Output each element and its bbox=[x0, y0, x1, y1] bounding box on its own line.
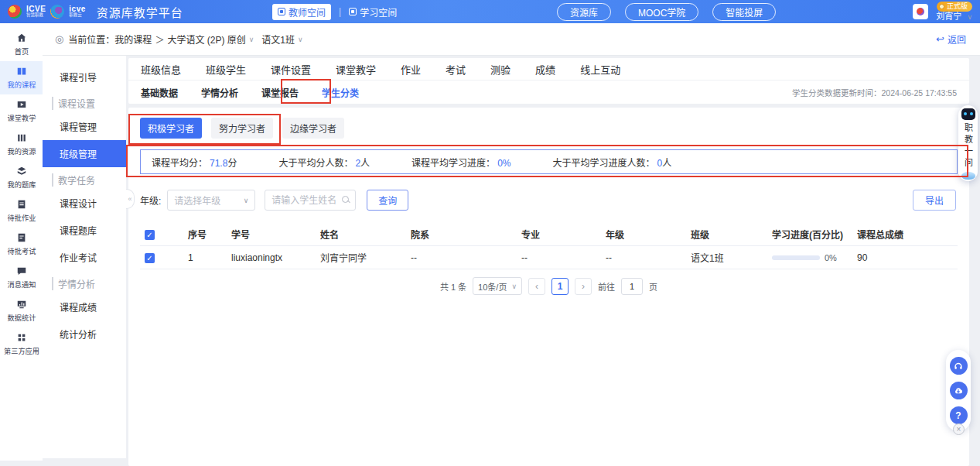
stat-above-average-count: 大于平均分人数：2人 bbox=[278, 156, 370, 169]
data-updated-time: 学生分类数据更新时间：2024-06-25 17:43:55 bbox=[792, 87, 957, 98]
stat-above-average-progress-count: 大于平均学习进度人数：0人 bbox=[552, 156, 671, 169]
chevron-down-icon: ∨ bbox=[967, 13, 972, 21]
tab-online-interaction[interactable]: 线上互动 bbox=[580, 62, 620, 77]
rail-item-my-question-bank[interactable]: 我的题库 bbox=[0, 161, 43, 194]
cell-progress: 0% bbox=[763, 253, 848, 262]
rail-item-third-party-apps[interactable]: 第三方应用 bbox=[0, 327, 43, 361]
sidebar-item-course-question-bank[interactable]: 课程题库 bbox=[43, 217, 126, 244]
filter-active-learners[interactable]: 积极学习者 bbox=[140, 118, 202, 139]
robot-icon bbox=[961, 108, 975, 120]
app-shortcut-icon[interactable] bbox=[913, 4, 928, 19]
grade-select[interactable]: 请选择年级 ∨ bbox=[167, 190, 255, 211]
tab-exam[interactable]: 考试 bbox=[446, 62, 466, 77]
apps-grid-icon bbox=[16, 332, 27, 343]
tab-courseware-settings[interactable]: 课件设置 bbox=[271, 62, 311, 77]
mooc-college-button[interactable]: MOOC学院 bbox=[625, 3, 698, 21]
user-menu[interactable]: 刘宵宁 ∨ bbox=[936, 12, 972, 22]
select-all-checkbox[interactable]: ✓ bbox=[145, 230, 155, 240]
medal-icon bbox=[939, 4, 944, 9]
stat-average-score: 课程平均分：71.8分 bbox=[152, 156, 237, 169]
student-name-input[interactable] bbox=[271, 195, 338, 206]
table-header: ✓ 序号 学号 姓名 院系 专业 年级 班级 学习进度(百分比) 课程总成绩 bbox=[140, 223, 958, 246]
resource-library-button[interactable]: 资源库 bbox=[557, 3, 611, 21]
sidebar-item-homework-exam[interactable]: 作业考试 bbox=[43, 244, 126, 271]
chevron-down-icon: ∨ bbox=[512, 283, 517, 290]
row-checkbox[interactable]: ✓ bbox=[145, 253, 155, 263]
breadcrumb-class[interactable]: 语文1班 bbox=[261, 33, 295, 46]
cell-seq: 1 bbox=[179, 252, 222, 263]
sidebar-item-class-management[interactable]: 班级管理 bbox=[43, 140, 126, 167]
teacher-space-button[interactable]: 教师空间 bbox=[272, 4, 331, 20]
sidebar-item-course-design[interactable]: 课程设计 bbox=[43, 190, 126, 217]
next-page-button[interactable]: › bbox=[575, 278, 592, 295]
search-icon[interactable] bbox=[342, 196, 350, 204]
sidebar-item-course-management[interactable]: 课程管理 bbox=[43, 113, 126, 140]
chevron-down-icon[interactable]: ∨ bbox=[249, 36, 254, 43]
student-space-link[interactable]: 学习空间 bbox=[349, 5, 397, 19]
goto-page-input[interactable] bbox=[621, 278, 643, 295]
col-grade: 年级 bbox=[596, 228, 681, 241]
subtab-basic-data[interactable]: 基础数据 bbox=[141, 86, 178, 99]
tab-class-info[interactable]: 班级信息 bbox=[141, 62, 181, 77]
layers-icon bbox=[16, 166, 27, 176]
customer-service-button[interactable] bbox=[950, 357, 968, 375]
search-row: 年级: 请选择年级 ∨ 查询 导出 bbox=[140, 190, 958, 211]
sidebar-item-course-grades[interactable]: 课程成绩 bbox=[43, 293, 126, 320]
col-major: 专业 bbox=[512, 228, 596, 241]
query-button[interactable]: 查询 bbox=[367, 190, 408, 211]
back-button[interactable]: ↩ 返回 bbox=[936, 33, 966, 46]
prev-page-button[interactable]: ‹ bbox=[528, 278, 545, 295]
export-button[interactable]: 导出 bbox=[913, 190, 956, 211]
sidebar-item-statistical-analysis[interactable]: 统计分析 bbox=[43, 320, 126, 348]
cell-class: 语文1班 bbox=[681, 251, 763, 264]
logo2-sub: 职教云 bbox=[69, 13, 85, 18]
subtab-student-classification[interactable]: 学生分类 bbox=[322, 86, 359, 99]
smart-cast-button[interactable]: 智能投屏 bbox=[712, 3, 776, 21]
subtab-class-report[interactable]: 课堂报告 bbox=[261, 86, 299, 99]
col-seq: 序号 bbox=[179, 228, 222, 241]
filter-hardworking-learners[interactable]: 努力学习者 bbox=[211, 118, 273, 139]
subtab-learning-analysis[interactable]: 学情分析 bbox=[201, 86, 238, 99]
collapse-icon: « bbox=[128, 195, 131, 203]
filter-marginal-learners[interactable]: 边缘学习者 bbox=[282, 118, 344, 139]
message-icon bbox=[16, 266, 27, 276]
col-progress: 学习进度(百分比) bbox=[763, 228, 848, 241]
close-icon: × bbox=[957, 425, 961, 433]
rail-item-pending-exams[interactable]: 待批考试 bbox=[0, 228, 43, 261]
cell-total-score: 90 bbox=[848, 252, 958, 263]
breadcrumb-course[interactable]: 大学语文 (2P) 原创 bbox=[167, 33, 245, 46]
tab-grades[interactable]: 成绩 bbox=[535, 62, 555, 77]
question-icon: ? bbox=[955, 410, 961, 421]
rail-item-notifications[interactable]: 消息通知 bbox=[0, 261, 43, 294]
tabs-panel: 班级信息 班级学生 课件设置 课堂教学 作业 考试 测验 成绩 线上互动 bbox=[128, 58, 969, 104]
tab-quiz[interactable]: 测验 bbox=[490, 62, 510, 77]
pagination: 共 1 条 10条/页 ∨ ‹ 1 › 前往 页 bbox=[140, 277, 958, 295]
page-size-select[interactable]: 10条/页 ∨ bbox=[473, 277, 522, 295]
help-button[interactable]: ? bbox=[950, 406, 968, 424]
tab-class-students[interactable]: 班级学生 bbox=[206, 62, 246, 77]
tab-classroom-teaching[interactable]: 课堂教学 bbox=[336, 62, 376, 77]
collapse-help-menu-button[interactable]: × bbox=[953, 423, 965, 435]
icon-rail: 首页 我的课程 课堂教学 我的资源 我的题库 待批作业 bbox=[0, 23, 43, 461]
zhijiao-assistant-widget[interactable]: 职教一问 bbox=[958, 105, 978, 181]
goto-label: 前往 bbox=[598, 280, 615, 293]
library-icon bbox=[16, 132, 27, 143]
pagination-total: 共 1 条 bbox=[440, 280, 466, 293]
rail-item-classroom-teaching[interactable]: 课堂教学 bbox=[0, 94, 43, 128]
rail-item-pending-homework[interactable]: 待批作业 bbox=[0, 194, 43, 228]
breadcrumb-my-courses[interactable]: 我的课程 bbox=[114, 33, 152, 46]
stat-average-progress: 课程平均学习进度：0% bbox=[411, 156, 510, 169]
tab-homework[interactable]: 作业 bbox=[401, 62, 421, 77]
download-button[interactable] bbox=[950, 382, 968, 399]
icve-logo-icon bbox=[8, 5, 22, 19]
rail-item-data-statistics[interactable]: 数据统计 bbox=[0, 294, 43, 327]
course-sidebar: 课程引导 课程设置 课程管理 班级管理 教学任务 课程设计 课程题库 作业考试 … bbox=[43, 56, 126, 458]
brand-logos: ICVE 智慧职教 icve 职教云 资源库教学平台 bbox=[8, 4, 183, 20]
rail-item-home[interactable]: 首页 bbox=[0, 28, 43, 61]
rail-item-my-resources[interactable]: 我的资源 bbox=[0, 128, 43, 161]
rail-item-my-courses[interactable]: 我的课程 bbox=[0, 61, 43, 94]
chevron-down-icon[interactable]: ∨ bbox=[298, 36, 303, 43]
page-1-button[interactable]: 1 bbox=[551, 278, 569, 295]
sidebar-item-course-guide[interactable]: 课程引导 bbox=[43, 63, 126, 91]
floating-help-menu: ? bbox=[946, 350, 971, 431]
